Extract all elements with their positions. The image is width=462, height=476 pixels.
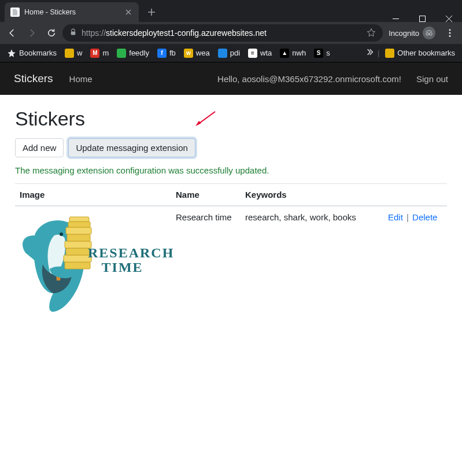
- bookmark-label: nwh: [292, 49, 306, 57]
- svg-rect-7: [386, 50, 393, 57]
- bookmark-favicon: S: [314, 49, 323, 58]
- sticker-keywords: research, shark, work, books: [241, 206, 383, 322]
- bookmark-item[interactable]: feedly: [114, 47, 151, 60]
- main-content: Stickers Add new Update messaging extens…: [0, 95, 462, 335]
- svg-rect-15: [68, 222, 90, 227]
- other-bookmarks-label: Other bookmarks: [397, 49, 455, 57]
- bookmark-favicon: [117, 49, 126, 58]
- svg-point-4: [449, 29, 451, 31]
- app-navbar: Stickers Home Hello, aosolis@M365x673292…: [0, 62, 462, 95]
- incognito-icon: [423, 27, 435, 39]
- browser-tab[interactable]: Home - Stickers: [5, 2, 139, 22]
- bookmark-favicon: w: [184, 49, 193, 58]
- app-brand[interactable]: Stickers: [14, 72, 53, 85]
- incognito-label: Incognito: [389, 29, 419, 38]
- address-bar[interactable]: https://stickersdeploytest1-config.azure…: [62, 24, 383, 42]
- other-bookmarks[interactable]: Other bookmarks: [383, 47, 457, 60]
- svg-point-3: [430, 32, 433, 35]
- window-maximize-button[interactable]: [409, 16, 435, 22]
- edit-link[interactable]: Edit: [388, 212, 403, 222]
- bookmark-item[interactable]: Mm: [88, 47, 111, 60]
- window-close-button[interactable]: [435, 16, 462, 22]
- forward-button[interactable]: [23, 24, 40, 42]
- url-text: https://stickersdeploytest1-config.azure…: [82, 28, 362, 38]
- bookmark-item[interactable]: w: [62, 47, 84, 60]
- browser-tabstrip: Home - Stickers: [0, 0, 462, 22]
- svg-rect-14: [66, 227, 91, 234]
- svg-rect-11: [66, 248, 90, 255]
- svg-rect-0: [419, 16, 425, 22]
- bookmark-label: pdi: [230, 49, 240, 57]
- th-actions: [383, 184, 447, 206]
- bookmark-favicon: [218, 49, 227, 58]
- bookmarks-star[interactable]: Bookmarks: [5, 47, 59, 60]
- bookmark-label: s: [326, 49, 330, 57]
- bookmark-item[interactable]: wwea: [182, 47, 212, 60]
- page-viewport: Stickers Home Hello, aosolis@M365x673292…: [0, 62, 462, 454]
- update-extension-button[interactable]: Update messaging extension: [68, 138, 195, 157]
- bookmark-favicon: f: [157, 49, 167, 58]
- bookmark-label: wea: [196, 49, 210, 57]
- browser-menu-button[interactable]: [441, 24, 459, 42]
- svg-rect-16: [69, 217, 89, 222]
- new-tab-button[interactable]: [143, 4, 160, 20]
- bookmark-label: fb: [169, 49, 176, 57]
- lock-icon: [69, 28, 77, 38]
- sticker-image: RESEARCH TIME: [20, 212, 161, 316]
- bookmark-item[interactable]: pdi: [216, 47, 242, 60]
- add-new-button[interactable]: Add new: [15, 138, 64, 157]
- svg-point-6: [449, 35, 451, 37]
- svg-point-8: [60, 233, 63, 236]
- signout-link[interactable]: Sign out: [416, 74, 448, 84]
- sticker-text-line1: RESEARCH: [88, 245, 174, 260]
- incognito-badge: Incognito: [385, 27, 439, 39]
- browser-toolbar: https://stickersdeploytest1-config.azure…: [0, 22, 462, 44]
- bookmark-favicon: M: [90, 49, 99, 58]
- th-keywords: Keywords: [241, 184, 383, 206]
- window-minimize-button[interactable]: [382, 16, 409, 22]
- bookmark-label: w: [77, 49, 82, 57]
- th-name: Name: [171, 184, 241, 206]
- sticker-image-cell: RESEARCH TIME: [15, 206, 171, 322]
- svg-rect-10: [64, 255, 91, 262]
- bookmarks-label: Bookmarks: [19, 49, 57, 57]
- bookmarks-overflow-icon[interactable]: [365, 47, 374, 58]
- bookmark-star-icon[interactable]: [367, 28, 376, 39]
- delete-link[interactable]: Delete: [412, 212, 437, 222]
- reload-button[interactable]: [43, 24, 60, 42]
- sticker-name: Research time: [171, 206, 241, 322]
- sticker-text-line2: TIME: [102, 260, 143, 275]
- status-message: The messaging extension configuration wa…: [15, 165, 447, 175]
- svg-point-5: [449, 32, 451, 34]
- bookmark-item[interactable]: ≡wta: [246, 47, 274, 60]
- table-row: RESEARCH TIME Research time research, sh…: [15, 206, 447, 322]
- close-tab-icon[interactable]: [124, 8, 133, 17]
- bookmark-favicon: ▲: [280, 49, 289, 58]
- bookmark-item[interactable]: Ss: [312, 47, 332, 60]
- bookmark-item[interactable]: ffb: [155, 47, 178, 60]
- bookmark-item[interactable]: ▲nwh: [278, 47, 308, 60]
- back-button[interactable]: [3, 24, 21, 42]
- page-title: Stickers: [15, 108, 447, 130]
- bookmark-favicon: [65, 49, 74, 58]
- svg-rect-13: [67, 234, 90, 241]
- bookmark-label: wta: [260, 49, 272, 57]
- bookmark-label: feedly: [129, 49, 149, 57]
- th-image: Image: [15, 184, 171, 206]
- nav-home[interactable]: Home: [69, 74, 93, 84]
- bookmark-label: m: [102, 49, 109, 57]
- bookmarks-bar: Bookmarks wMmfeedlyffbwweapdi≡wta▲nwhSs …: [0, 44, 462, 62]
- user-greeting: Hello, aosolis@M365x673292.onmicrosoft.c…: [217, 74, 401, 84]
- svg-rect-9: [65, 262, 90, 269]
- tab-title: Home - Stickers: [24, 8, 119, 16]
- stickers-table: Image Name Keywords: [15, 183, 447, 322]
- page-icon: [10, 8, 20, 17]
- bookmark-favicon: ≡: [248, 49, 257, 58]
- svg-point-2: [426, 32, 429, 35]
- svg-rect-1: [71, 31, 76, 35]
